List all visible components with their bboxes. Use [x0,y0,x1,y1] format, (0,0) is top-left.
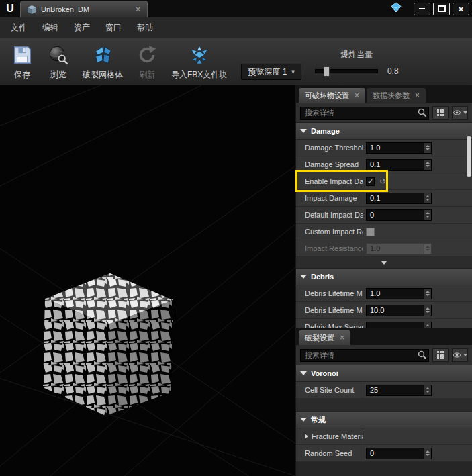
gem-icon[interactable] [391,2,402,15]
search-input[interactable] [300,349,429,362]
number-field[interactable]: 25 [366,385,432,396]
refresh-icon [135,43,159,67]
property-row-default-impact-damage: Default Impact Damage 0 [296,207,472,224]
eye-icon [453,352,461,359]
chevron-down-icon [463,354,467,356]
save-floppy-icon [10,43,34,67]
property-label: Fracture Material [296,428,363,444]
tab-chunk-parameters[interactable]: 数据块参数 × [367,88,426,103]
refresh-button[interactable]: 刷新 [129,41,165,83]
number-field-disabled: 1.0 [366,243,432,254]
browse-button[interactable]: 浏览 [40,41,77,83]
maximize-button[interactable] [433,3,450,15]
number-field[interactable]: 1.0 [366,142,432,154]
toolbar: 保存 浏览 [0,38,472,86]
unreal-destructible-mesh-editor-window: U UnBroken_DM × × 文件 编辑 资产 窗口 帮助 [0,0,472,476]
spinner-arrows-icon[interactable] [424,160,431,170]
menu-edit[interactable]: 编辑 [42,22,58,34]
reset-to-default-icon[interactable]: ↺ [379,177,386,185]
property-row-debris-lifetime-min: Debris Lifetime Min 1.0 [296,285,472,302]
spinner-arrows-icon[interactable] [424,448,431,459]
title-bar: U UnBroken_DM × × [0,0,472,17]
number-field[interactable]: 0.1 [366,159,432,171]
number-field[interactable] [366,322,432,328]
spinner-arrows-icon[interactable] [424,210,431,220]
display-filter-button[interactable] [432,348,449,362]
search-icon [418,108,426,117]
fracture-mesh-button[interactable]: 破裂网格体 [77,41,129,83]
display-filter-button[interactable] [432,106,449,120]
spinner-arrows-icon[interactable] [424,289,431,299]
preview-depth-label: 预览深度 1 [248,66,287,78]
category-header-general[interactable]: 常规 [296,412,472,428]
number-field[interactable]: 0 [366,448,432,459]
collapse-arrow-icon [300,371,307,375]
property-label: Enable Impact Damage [296,173,363,189]
number-field[interactable]: 10.0 [366,305,432,316]
preview-depth-dropdown[interactable]: 预览深度 1 ▾ [241,64,301,80]
menu-file[interactable]: 文件 [11,22,27,34]
fracture-mesh-icon [91,43,115,67]
search-row [296,103,472,123]
tab-fracture-settings[interactable]: 破裂设置 × [299,330,350,345]
category-header-debris[interactable]: Debris [296,269,472,285]
view-options-button[interactable] [452,106,468,120]
tab-close-icon[interactable]: × [355,91,359,99]
explode-amount-value: 0.8 [387,66,399,76]
asset-tab-label: UnBroken_DM [41,5,131,13]
tab-close-icon[interactable]: × [340,334,344,342]
menu-asset[interactable]: 资产 [74,22,90,34]
window-controls: × [411,3,469,15]
spinner-arrows-icon[interactable] [424,305,431,316]
view-options-button[interactable] [452,348,468,362]
tab-destructible-settings[interactable]: 可破坏物设置 × [299,88,365,103]
expand-right-icon[interactable] [305,434,308,439]
property-row-impact-damage: Impact Damage 0.1 [296,190,472,207]
close-button[interactable]: × [453,3,469,15]
property-label: Impact Damage [296,190,363,206]
advanced-properties-expander[interactable] [296,257,472,269]
property-row-damage-spread: Damage Spread 0.1 [296,156,472,173]
checkbox-unchecked[interactable] [366,228,375,236]
tab-close-icon[interactable]: × [415,91,420,99]
fractured-cube-mesh [43,273,173,416]
property-label: Random Seed [296,445,363,461]
viewport-grid [0,85,295,476]
asset-cube-icon [28,5,36,14]
menu-help[interactable]: 帮助 [137,22,153,34]
fracture-settings-panel: 破裂设置 × Voronoi [296,328,472,476]
asset-tab[interactable]: UnBroken_DM × [20,1,148,17]
number-field[interactable]: 0.1 [366,193,432,204]
import-fbx-chunks-button[interactable]: 导入FBX文件块 [165,41,233,83]
eye-icon [453,109,461,116]
property-label: Debris Lifetime Max [296,302,363,318]
spinner-arrows-icon [424,244,431,254]
spinner-arrows-icon[interactable] [424,143,431,153]
minimize-button[interactable] [414,3,430,15]
property-row-random-seed: Random Seed 0 [296,445,472,462]
maximize-icon [438,5,446,12]
category-header-damage[interactable]: Damage [296,123,472,140]
3d-viewport[interactable] [0,85,295,476]
property-label: Damage Threshold [296,140,363,156]
search-input[interactable] [300,107,429,120]
category-header-voronoi[interactable]: Voronoi [296,365,472,382]
collapse-arrow-icon [300,418,307,422]
grid-icon [437,109,444,116]
tab-close-icon[interactable]: × [136,5,140,13]
checkbox-checked[interactable]: ✓ [366,177,375,186]
explode-amount-slider[interactable] [315,69,378,73]
spinner-arrows-icon[interactable] [424,322,431,328]
number-field[interactable]: 0 [366,209,432,221]
scrollbar-thumb[interactable] [467,136,471,177]
spinner-arrows-icon[interactable] [424,385,431,395]
spinner-arrows-icon[interactable] [424,193,431,203]
property-label: Debris Lifetime Min [296,285,363,301]
panel-tab-bar: 可破坏物设置 × 数据块参数 × [296,85,472,103]
menu-window[interactable]: 窗口 [105,22,122,34]
number-field[interactable]: 1.0 [366,288,432,299]
property-row-debris-max-separation-clipped: Debris Max Separation [296,319,472,328]
slider-handle[interactable] [324,66,330,77]
chevron-down-icon: ▾ [291,68,295,75]
save-button[interactable]: 保存 [4,41,40,83]
